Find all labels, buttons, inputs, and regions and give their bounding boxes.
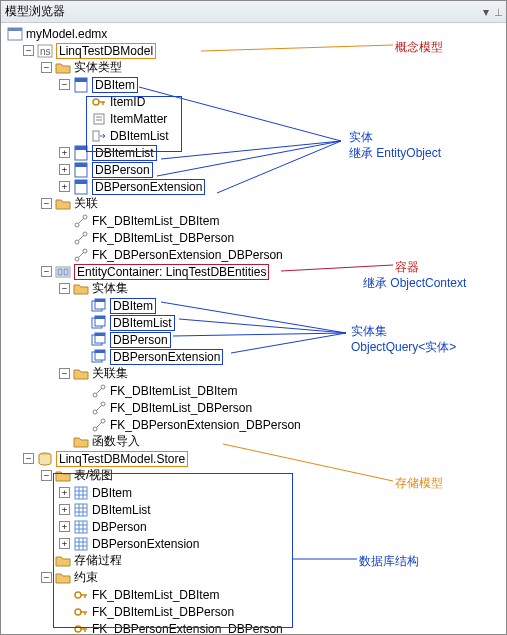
expander-icon[interactable]: − xyxy=(41,198,52,209)
expander-icon[interactable]: + xyxy=(59,538,70,549)
expander-icon[interactable]: − xyxy=(41,62,52,73)
property-node[interactable]: ItemID xyxy=(5,93,506,110)
table-node[interactable]: + DBPerson xyxy=(5,518,506,535)
pin-icon[interactable]: ⟂ xyxy=(495,5,502,19)
association-node[interactable]: FK_DBItemList_DBPerson xyxy=(5,229,506,246)
folder-icon xyxy=(55,553,71,569)
assocset-node[interactable]: FK_DBItemList_DBItem xyxy=(5,382,506,399)
entityset-label: DBItemList xyxy=(110,315,175,331)
anno-db-structure: 数据库结构 xyxy=(359,553,419,570)
table-node[interactable]: + DBItemList xyxy=(5,501,506,518)
svg-rect-22 xyxy=(58,269,62,275)
entityset-node[interactable]: DBItemList xyxy=(5,314,506,331)
folder-icon xyxy=(55,60,71,76)
constraint-node[interactable]: FK_DBPersonExtension_DBPerson xyxy=(5,620,506,635)
tables-label: 表/视图 xyxy=(74,467,113,484)
assoc-icon xyxy=(73,247,89,263)
association-label: FK_DBItemList_DBItem xyxy=(92,214,219,228)
folder-icon xyxy=(73,366,89,382)
expander-icon[interactable]: − xyxy=(41,266,52,277)
fk-icon xyxy=(73,621,89,636)
constraints-node[interactable]: − 约束 xyxy=(5,569,506,586)
entity-label: DBPersonExtension xyxy=(92,179,205,195)
expander-icon[interactable]: − xyxy=(41,572,52,583)
anno-entity-inherit: 继承 EntityObject xyxy=(349,145,441,162)
conceptual-model-label: LinqTestDBModel xyxy=(56,43,156,59)
assocset-node[interactable]: FK_DBItemList_DBPerson xyxy=(5,399,506,416)
entityset-icon xyxy=(91,332,107,348)
svg-rect-10 xyxy=(75,146,87,150)
property-node[interactable]: ItemMatter xyxy=(5,110,506,127)
property-label: ItemMatter xyxy=(110,112,167,126)
entity-types-node[interactable]: − 实体类型 xyxy=(5,59,506,76)
navproperty-label: DBItemList xyxy=(110,129,169,143)
entity-node[interactable]: + DBPerson xyxy=(5,161,506,178)
svg-rect-1 xyxy=(8,28,22,31)
constraints-label: 约束 xyxy=(74,569,98,586)
expander-icon[interactable]: + xyxy=(59,504,70,515)
assocset-node[interactable]: FK_DBPersonExtension_DBPerson xyxy=(5,416,506,433)
entity-icon xyxy=(73,162,89,178)
dropdown-icon[interactable]: ▾ xyxy=(483,5,489,19)
edmx-icon xyxy=(7,26,23,42)
anno-concept-model: 概念模型 xyxy=(395,39,443,56)
svg-rect-23 xyxy=(64,269,68,275)
expander-icon[interactable]: + xyxy=(59,164,70,175)
constraint-node[interactable]: FK_DBItemList_DBItem xyxy=(5,586,506,603)
svg-point-49 xyxy=(75,626,81,632)
constraint-label: FK_DBItemList_DBItem xyxy=(92,588,219,602)
constraint-label: FK_DBPersonExtension_DBPerson xyxy=(92,622,283,636)
entity-dbitem-label: DBItem xyxy=(92,77,138,93)
association-node[interactable]: FK_DBPersonExtension_DBPerson xyxy=(5,246,506,263)
folder-icon xyxy=(55,196,71,212)
expander-icon[interactable]: − xyxy=(23,453,34,464)
svg-rect-26 xyxy=(95,299,105,302)
folder-icon xyxy=(73,281,89,297)
svg-rect-32 xyxy=(95,333,105,336)
entity-icon xyxy=(73,77,89,93)
association-node[interactable]: FK_DBItemList_DBItem xyxy=(5,212,506,229)
expander-icon[interactable]: + xyxy=(59,181,70,192)
function-imports-node[interactable]: 函数导入 xyxy=(5,433,506,450)
table-label: DBPersonExtension xyxy=(92,537,199,551)
entity-node[interactable]: + DBPersonExtension xyxy=(5,178,506,195)
assoc-icon xyxy=(73,213,89,229)
entity-sets-label: 实体集 xyxy=(92,280,128,297)
table-label: DBItemList xyxy=(92,503,151,517)
association-sets-node[interactable]: − 关联集 xyxy=(5,365,506,382)
expander-icon[interactable]: − xyxy=(59,283,70,294)
fk-icon xyxy=(73,604,89,620)
navproperty-node[interactable]: DBItemList xyxy=(5,127,506,144)
anno-entityset: 实体集 xyxy=(351,323,387,340)
assoc-icon xyxy=(73,230,89,246)
associations-label: 关联 xyxy=(74,195,98,212)
expander-icon[interactable]: + xyxy=(59,521,70,532)
constraint-node[interactable]: FK_DBItemList_DBPerson xyxy=(5,603,506,620)
svg-rect-29 xyxy=(95,316,105,319)
store-model-node[interactable]: − LinqTestDBModel.Store xyxy=(5,450,506,467)
entity-types-label: 实体类型 xyxy=(74,59,122,76)
entity-label: DBItemList xyxy=(92,145,157,161)
assocset-icon xyxy=(91,417,107,433)
entityset-icon xyxy=(91,315,107,331)
expander-icon[interactable]: − xyxy=(23,45,34,56)
property-label: ItemID xyxy=(110,95,145,109)
expander-icon[interactable]: + xyxy=(59,487,70,498)
expander-icon[interactable]: − xyxy=(59,368,70,379)
entity-label: DBPerson xyxy=(92,162,153,178)
expander-icon[interactable]: − xyxy=(59,79,70,90)
expander-icon[interactable]: − xyxy=(41,470,52,481)
entityset-icon xyxy=(91,349,107,365)
table-node[interactable]: + DBPersonExtension xyxy=(5,535,506,552)
anno-storage-model: 存储模型 xyxy=(395,475,443,492)
associations-node[interactable]: − 关联 xyxy=(5,195,506,212)
nav-icon xyxy=(91,128,107,144)
assocset-label: FK_DBItemList_DBItem xyxy=(110,384,237,398)
stored-procs-label: 存储过程 xyxy=(74,552,122,569)
stored-procs-node[interactable]: 存储过程 xyxy=(5,552,506,569)
constraint-label: FK_DBItemList_DBPerson xyxy=(92,605,234,619)
table-icon xyxy=(73,502,89,518)
expander-icon[interactable]: + xyxy=(59,147,70,158)
entityset-node[interactable]: DBItem xyxy=(5,297,506,314)
entity-dbitem-node[interactable]: − DBItem xyxy=(5,76,506,93)
